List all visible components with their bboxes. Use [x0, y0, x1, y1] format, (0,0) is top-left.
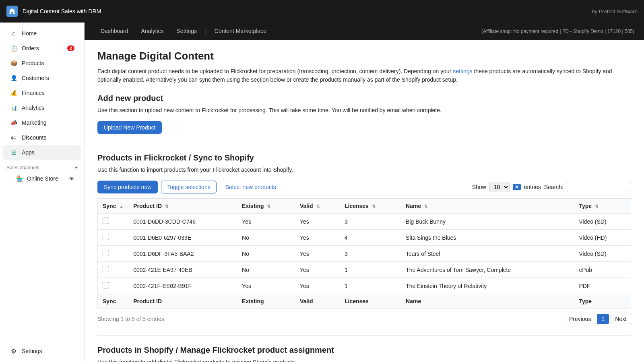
- tfoot-type: Type: [574, 294, 631, 309]
- table-row: 0001-D6E0-6297-039E No Yes 4 Sita Sings …: [98, 230, 631, 246]
- sidebar-item-online-store[interactable]: Online Store: [3, 173, 81, 185]
- sidebar-label-orders: Orders: [22, 45, 39, 51]
- sync-checkbox-0[interactable]: [103, 218, 109, 224]
- sort-type-icon[interactable]: ⇅: [595, 204, 599, 209]
- tfoot-product-id: Product ID: [128, 294, 237, 309]
- th-product-id: Product ID ⇅: [128, 199, 237, 214]
- table-controls: Sync products now Toggle selections Sele…: [97, 181, 631, 193]
- sync-checkbox-3[interactable]: [103, 266, 109, 272]
- sync-cell-0[interactable]: [98, 214, 129, 230]
- sync-cell-3[interactable]: [98, 262, 129, 278]
- page-content: Manage Digital Content Each digital cont…: [85, 40, 644, 362]
- sync-cell-2[interactable]: [98, 246, 129, 262]
- name-cell-1: Sita Sings the Blues: [401, 230, 574, 246]
- entries-select[interactable]: 10 25 50: [489, 182, 510, 192]
- main-desc-text1: Each digital content product needs to be…: [97, 68, 453, 74]
- sidebar-item-customers[interactable]: Customers: [3, 71, 81, 85]
- name-cell-0: Big Buck Bunny: [401, 214, 574, 230]
- sync-products-button[interactable]: Sync products now: [97, 181, 158, 193]
- col-name-label: Name: [406, 203, 421, 209]
- main-area: Dashboard Analytics Settings | Content M…: [85, 23, 644, 362]
- sync-checkbox-4[interactable]: [103, 282, 109, 288]
- select-new-products-button[interactable]: Select new products: [220, 181, 282, 193]
- col-sync-label: Sync: [103, 203, 116, 209]
- toggle-selections-button[interactable]: Toggle selections: [161, 181, 216, 193]
- th-sync: Sync ▲: [98, 199, 129, 214]
- col-licenses-label: Licenses: [345, 203, 369, 209]
- sort-sync-icon[interactable]: ▲: [119, 204, 124, 209]
- sidebar-item-products[interactable]: Products: [3, 56, 81, 70]
- next-page-button[interactable]: Next: [611, 314, 631, 324]
- sync-checkbox-1[interactable]: [103, 234, 109, 240]
- nav-item-content-marketplace[interactable]: Content Marketplace: [208, 23, 273, 40]
- table-row: 0002-421F-EE02-B91F Yes Yes 1 The Einste…: [98, 278, 631, 294]
- sidebar-nav: Home Orders 2 Products Customers Finance…: [0, 23, 84, 340]
- sort-product-id-icon[interactable]: ⇅: [165, 204, 169, 209]
- sort-valid-icon[interactable]: ⇅: [316, 204, 320, 209]
- marketing-icon: [10, 119, 18, 127]
- finances-icon: [10, 89, 18, 97]
- sales-channels-section: Sales channels +: [0, 160, 84, 172]
- product-id-cell-4: 0002-421F-EE02-B91F: [128, 278, 237, 294]
- th-name: Name ⇅: [401, 199, 574, 214]
- sidebar-label-finances: Finances: [22, 90, 45, 96]
- valid-cell-2: Yes: [295, 246, 340, 262]
- apps-icon: [10, 148, 18, 156]
- type-cell-3: ePub: [574, 262, 631, 278]
- sync-cell-4[interactable]: [98, 278, 129, 294]
- sidebar-item-orders[interactable]: Orders 2: [3, 41, 81, 56]
- valid-cell-3: Yes: [295, 262, 340, 278]
- settings-link[interactable]: settings: [453, 68, 472, 74]
- pagination: Showing 1 to 5 of 5 entries Previous 1 N…: [97, 314, 631, 324]
- existing-cell-0: Yes: [237, 214, 295, 230]
- clear-entries-badge[interactable]: ✕: [513, 184, 521, 190]
- sidebar-item-finances[interactable]: Finances: [3, 86, 81, 100]
- nav-item-settings[interactable]: Settings: [170, 23, 204, 40]
- page-main-title: Manage Digital Content: [97, 50, 631, 62]
- add-sales-channel-icon[interactable]: +: [75, 165, 78, 171]
- search-input[interactable]: [567, 182, 631, 192]
- licenses-cell-4: 1: [340, 278, 401, 294]
- existing-cell-1: No: [237, 230, 295, 246]
- existing-cell-4: Yes: [237, 278, 295, 294]
- section-divider: [97, 335, 631, 336]
- prev-page-button[interactable]: Previous: [565, 314, 595, 324]
- add-product-desc: Use this section to upload new content t…: [97, 106, 631, 115]
- product-id-cell-3: 0002-421E-EA97-40EB: [128, 262, 237, 278]
- sidebar-item-marketing[interactable]: Marketing: [3, 115, 81, 130]
- licenses-cell-0: 3: [340, 214, 401, 230]
- page-main-desc: Each digital content product needs to be…: [97, 67, 631, 84]
- eye-icon[interactable]: [69, 175, 74, 182]
- sidebar-item-analytics[interactable]: Analytics: [3, 101, 81, 115]
- sidebar-label-home: Home: [22, 30, 37, 37]
- valid-cell-0: Yes: [295, 214, 340, 230]
- col-valid-label: Valid: [300, 203, 313, 209]
- sort-name-icon[interactable]: ⇅: [424, 204, 428, 209]
- sidebar-label-online-store: Online Store: [27, 175, 58, 182]
- sidebar: Home Orders 2 Products Customers Finance…: [0, 23, 85, 362]
- sidebar-label-settings: Settings: [22, 348, 42, 354]
- sidebar-item-home[interactable]: Home: [3, 26, 81, 41]
- nav-item-analytics[interactable]: Analytics: [135, 23, 170, 40]
- table-right-controls: Show 10 25 50 ✕ entries Search:: [472, 182, 631, 192]
- top-bar: Digital Content Sales with DRM by Protec…: [0, 0, 644, 23]
- sort-existing-icon[interactable]: ⇅: [267, 204, 270, 209]
- sidebar-item-settings[interactable]: Settings: [3, 344, 81, 358]
- existing-cell-3: No: [237, 262, 295, 278]
- sort-licenses-icon[interactable]: ⇅: [372, 204, 376, 209]
- app-nav: Dashboard Analytics Settings | Content M…: [85, 23, 644, 40]
- current-page-button[interactable]: 1: [597, 314, 609, 324]
- sidebar-label-discounts: Discounts: [22, 134, 46, 141]
- sync-cell-1[interactable]: [98, 230, 129, 246]
- top-bar-by: by Protect Software: [592, 8, 638, 14]
- store-icon: [16, 175, 23, 182]
- type-cell-0: Video (SD): [574, 214, 631, 230]
- licenses-cell-1: 4: [340, 230, 401, 246]
- sidebar-item-discounts[interactable]: Discounts: [3, 130, 81, 145]
- sidebar-item-apps[interactable]: Apps: [3, 145, 81, 160]
- nav-item-dashboard[interactable]: Dashboard: [94, 23, 135, 40]
- col-existing-label: Existing: [242, 203, 264, 209]
- sidebar-label-customers: Customers: [22, 75, 49, 81]
- sync-checkbox-2[interactable]: [103, 250, 109, 256]
- upload-new-product-button[interactable]: Upload New Product: [97, 121, 162, 134]
